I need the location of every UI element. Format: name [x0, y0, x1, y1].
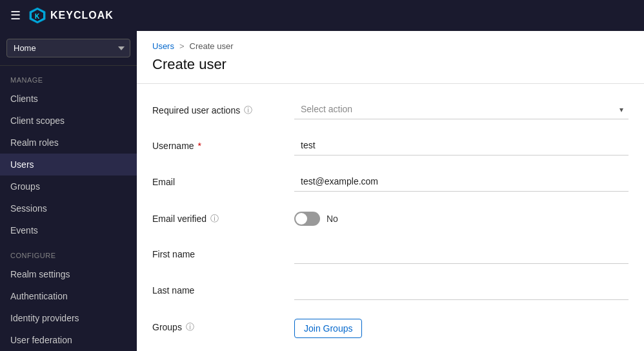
topbar: ☰ K KEYCLOAK: [0, 0, 644, 31]
last-name-label: Last name: [152, 280, 294, 296]
sidebar-item-identity-providers[interactable]: Identity providers: [0, 307, 137, 329]
email-verified-label: Email verified ⓘ: [152, 208, 294, 225]
sidebar-item-authentication[interactable]: Authentication: [0, 285, 137, 307]
sidebar-item-groups[interactable]: Groups: [0, 176, 137, 197]
groups-help-icon[interactable]: ⓘ: [186, 321, 194, 333]
create-user-form: Required user actions ⓘ Select action ▾ …: [137, 99, 644, 339]
sidebar-item-user-federation-label: User federation: [10, 335, 72, 345]
app-logo: K KEYCLOAK: [28, 6, 114, 25]
username-label: Username *: [152, 135, 294, 151]
toggle-knob: [296, 213, 307, 225]
required-user-actions-select-wrapper: Select action ▾: [294, 99, 629, 119]
sidebar-item-events[interactable]: Events: [0, 219, 137, 241]
manage-section-label: Manage: [0, 66, 137, 88]
username-input[interactable]: [294, 135, 629, 155]
realm-selector[interactable]: Home: [0, 31, 137, 66]
sidebar-item-realm-settings[interactable]: Realm settings: [0, 263, 137, 285]
sidebar-item-client-scopes[interactable]: Client scopes: [0, 110, 137, 132]
email-verified-toggle-container: No: [294, 208, 629, 226]
username-control: [294, 135, 629, 155]
username-required-marker: *: [198, 141, 201, 151]
email-control: [294, 172, 629, 192]
required-user-actions-label: Required user actions ⓘ: [152, 99, 294, 116]
sidebar-item-authentication-label: Authentication: [10, 291, 68, 301]
groups-label: Groups ⓘ: [152, 316, 294, 333]
realm-select-input[interactable]: Home: [6, 39, 130, 57]
sidebar-item-events-label: Events: [10, 225, 38, 236]
page-title: Create user: [137, 51, 644, 83]
hamburger-icon: ☰: [10, 8, 21, 23]
sidebar-item-users[interactable]: Users: [0, 154, 137, 176]
breadcrumb-separator: >: [179, 41, 185, 51]
sidebar-item-groups-label: Groups: [10, 181, 40, 192]
email-verified-status-label: No: [327, 214, 338, 224]
username-row: Username *: [152, 135, 629, 159]
last-name-row: Last name: [152, 280, 629, 303]
email-label: Email: [152, 172, 294, 187]
email-row: Email: [152, 172, 629, 195]
email-verified-help-icon[interactable]: ⓘ: [210, 213, 219, 225]
groups-control: Join Groups: [294, 316, 629, 338]
sidebar: Home Manage Clients Client scopes Realm …: [0, 31, 137, 351]
last-name-input[interactable]: [294, 280, 629, 300]
sidebar-item-sessions[interactable]: Sessions: [0, 197, 137, 219]
svg-text:K: K: [35, 13, 40, 20]
required-user-actions-help-icon[interactable]: ⓘ: [244, 105, 252, 116]
breadcrumb-parent-link[interactable]: Users: [152, 41, 174, 51]
title-divider: [137, 83, 644, 84]
email-verified-row: Email verified ⓘ No: [152, 208, 629, 231]
sidebar-item-sessions-label: Sessions: [10, 203, 47, 214]
email-verified-toggle[interactable]: [294, 212, 320, 226]
sidebar-item-identity-providers-label: Identity providers: [10, 313, 79, 323]
breadcrumb-current: Create user: [190, 41, 234, 51]
last-name-control: [294, 280, 629, 300]
app-name-label: KEYCLOAK: [50, 10, 114, 21]
email-verified-control: No: [294, 208, 629, 226]
sidebar-item-realm-settings-label: Realm settings: [10, 269, 70, 279]
required-user-actions-select[interactable]: Select action: [294, 99, 629, 119]
first-name-input[interactable]: [294, 244, 629, 264]
breadcrumb: Users > Create user: [137, 31, 644, 51]
content-area: Users > Create user Create user Required…: [137, 31, 644, 351]
required-user-actions-control: Select action ▾: [294, 99, 629, 119]
sidebar-item-users-label: Users: [10, 159, 34, 170]
sidebar-item-user-federation[interactable]: User federation: [0, 329, 137, 351]
groups-row: Groups ⓘ Join Groups: [152, 316, 629, 339]
sidebar-item-client-scopes-label: Client scopes: [10, 115, 65, 126]
sidebar-item-clients-label: Clients: [10, 94, 38, 104]
sidebar-item-clients[interactable]: Clients: [0, 88, 137, 110]
email-input[interactable]: [294, 172, 629, 192]
sidebar-item-realm-roles[interactable]: Realm roles: [0, 132, 137, 154]
sidebar-item-realm-roles-label: Realm roles: [10, 137, 59, 148]
first-name-control: [294, 244, 629, 264]
keycloak-logo-icon: K: [28, 6, 46, 25]
configure-section-label: Configure: [0, 241, 137, 263]
required-user-actions-row: Required user actions ⓘ Select action ▾: [152, 99, 629, 123]
first-name-row: First name: [152, 244, 629, 267]
hamburger-menu-button[interactable]: ☰: [10, 8, 21, 23]
main-layout: Home Manage Clients Client scopes Realm …: [0, 31, 644, 351]
join-groups-button[interactable]: Join Groups: [294, 319, 362, 338]
first-name-label: First name: [152, 244, 294, 259]
